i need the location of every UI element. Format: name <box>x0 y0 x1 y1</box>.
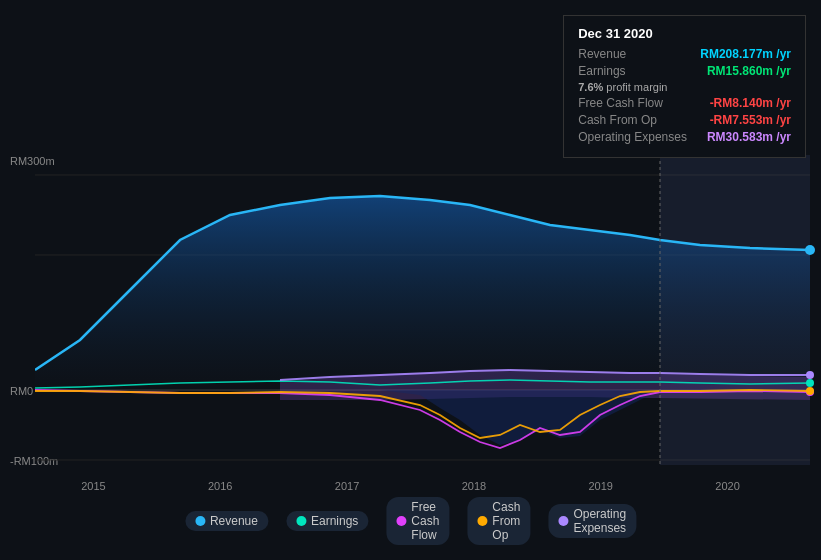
tooltip-label-cashop: Cash From Op <box>578 113 657 127</box>
tooltip-value-fcf: -RM8.140m /yr <box>710 96 791 110</box>
tooltip-box: Dec 31 2020 Revenue RM208.177m /yr Earni… <box>563 15 806 158</box>
tooltip-profit-margin: 7.6% profit margin <box>578 81 791 93</box>
tooltip-row-opex: Operating Expenses RM30.583m /yr <box>578 130 791 144</box>
x-label-2018: 2018 <box>462 480 486 492</box>
tooltip-date: Dec 31 2020 <box>578 26 791 41</box>
svg-point-5 <box>805 245 815 255</box>
tooltip-row-revenue: Revenue RM208.177m /yr <box>578 47 791 61</box>
legend-item-fcf[interactable]: Free Cash Flow <box>386 497 449 545</box>
svg-point-6 <box>806 379 814 387</box>
legend: Revenue Earnings Free Cash Flow Cash Fro… <box>185 497 636 545</box>
legend-dot-fcf <box>396 516 406 526</box>
tooltip-row-fcf: Free Cash Flow -RM8.140m /yr <box>578 96 791 110</box>
tooltip-label-opex: Operating Expenses <box>578 130 687 144</box>
tooltip-value-earnings: RM15.860m /yr <box>707 64 791 78</box>
legend-item-opex[interactable]: Operating Expenses <box>548 504 636 538</box>
tooltip-row-cashop: Cash From Op -RM7.553m /yr <box>578 113 791 127</box>
legend-label-cashop: Cash From Op <box>492 500 520 542</box>
x-label-2016: 2016 <box>208 480 232 492</box>
tooltip-value-opex: RM30.583m /yr <box>707 130 791 144</box>
legend-dot-cashop <box>477 516 487 526</box>
legend-item-revenue[interactable]: Revenue <box>185 511 268 531</box>
x-label-2020: 2020 <box>715 480 739 492</box>
tooltip-label-earnings: Earnings <box>578 64 625 78</box>
legend-label-revenue: Revenue <box>210 514 258 528</box>
x-label-2017: 2017 <box>335 480 359 492</box>
legend-label-fcf: Free Cash Flow <box>411 500 439 542</box>
legend-item-cashop[interactable]: Cash From Op <box>467 497 530 545</box>
legend-label-opex: Operating Expenses <box>573 507 626 535</box>
x-label-2015: 2015 <box>81 480 105 492</box>
tooltip-label-revenue: Revenue <box>578 47 626 61</box>
tooltip-label-fcf: Free Cash Flow <box>578 96 663 110</box>
legend-dot-revenue <box>195 516 205 526</box>
legend-dot-earnings <box>296 516 306 526</box>
legend-label-earnings: Earnings <box>311 514 358 528</box>
legend-dot-opex <box>558 516 568 526</box>
x-label-2019: 2019 <box>588 480 612 492</box>
tooltip-row-earnings: Earnings RM15.860m /yr <box>578 64 791 78</box>
tooltip-value-revenue: RM208.177m /yr <box>700 47 791 61</box>
legend-item-earnings[interactable]: Earnings <box>286 511 368 531</box>
svg-point-8 <box>806 387 814 395</box>
svg-point-9 <box>806 371 814 379</box>
x-labels: 2015 2016 2017 2018 2019 2020 <box>0 480 821 492</box>
chart-container: Dec 31 2020 Revenue RM208.177m /yr Earni… <box>0 0 821 560</box>
tooltip-value-cashop: -RM7.553m /yr <box>710 113 791 127</box>
